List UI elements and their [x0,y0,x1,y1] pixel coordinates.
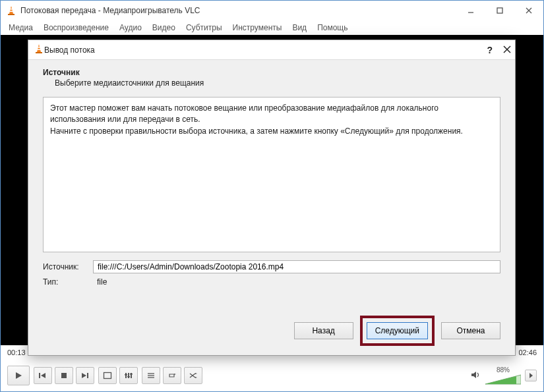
section-subtitle: Выберите медиаисточники для вещания [55,78,500,88]
dialog-title: Вывод потока [44,45,95,55]
vlc-cone-icon [6,5,16,16]
type-label: Тип: [43,277,88,287]
menubar: Медиа Воспроизведение Аудио Видео Субтит… [1,20,543,35]
speaker-icon[interactable] [471,370,481,381]
info-textbox: Этот мастер поможет вам начать потоковое… [43,97,500,252]
svg-marker-8 [16,372,22,379]
prev-track-button[interactable] [34,367,52,384]
shuffle-button[interactable] [184,367,202,384]
close-button[interactable] [514,1,543,20]
maximize-button[interactable] [485,1,514,20]
stop-button[interactable] [55,367,73,384]
type-row: Тип: file [43,277,500,287]
svg-rect-14 [104,373,111,379]
ext-settings-button[interactable] [119,367,138,384]
menu-video[interactable]: Видео [150,22,178,34]
next-track-button[interactable] [76,367,94,384]
svg-marker-25 [195,373,197,374]
svg-marker-10 [41,373,45,378]
svg-rect-19 [127,376,130,378]
fullscreen-button[interactable] [98,367,117,384]
titlebar: Потоковая передача - Медиапроигрыватель … [1,1,543,20]
svg-rect-11 [61,373,67,378]
source-input[interactable] [93,260,500,273]
dialog-titlebar: Вывод потока ? [28,40,515,60]
dialog-close-button[interactable] [503,45,511,55]
menu-view[interactable]: Вид [289,22,309,34]
volume-slider[interactable] [485,374,521,385]
window-buttons [456,1,543,20]
svg-marker-30 [529,373,533,378]
loop-button[interactable] [163,367,181,384]
menu-tools[interactable]: Инструменты [230,22,285,34]
playlist-button[interactable] [142,367,160,384]
menu-media[interactable]: Медиа [6,22,36,34]
menu-playback[interactable]: Воспроизведение [41,22,111,34]
svg-marker-0 [9,6,13,14]
svg-marker-27 [471,372,476,378]
help-button[interactable]: ? [487,45,493,55]
svg-marker-24 [174,374,176,375]
volume-label: 88% [497,366,510,374]
menu-help[interactable]: Помощь [315,22,350,34]
svg-rect-3 [9,11,13,13]
svg-rect-9 [39,373,40,378]
svg-rect-32 [36,52,42,53]
vlc-cone-icon [34,43,44,56]
svg-rect-2 [10,9,13,10]
svg-rect-16 [128,373,129,378]
source-row: Источник: [43,260,500,273]
svg-rect-34 [37,49,40,51]
svg-marker-12 [82,373,86,378]
menu-audio[interactable]: Аудио [117,22,144,34]
dialog-button-row: Назад Следующий Отмена [28,310,515,355]
volume-area: 88% [471,366,537,385]
stream-output-dialog: Вывод потока ? Источник Выберите медиаис… [28,40,516,356]
next-button-highlight: Следующий [360,316,435,346]
info-line-1: Этот мастер поможет вам начать потоковое… [50,103,493,126]
svg-marker-31 [37,44,41,52]
info-line-2: Начните с проверки правильности выбора и… [50,126,493,137]
play-button[interactable] [7,366,30,385]
svg-marker-26 [195,377,197,378]
cancel-button[interactable]: Отмена [441,322,500,339]
svg-rect-1 [8,14,15,15]
svg-rect-20 [130,374,133,375]
svg-rect-15 [125,373,127,378]
mute-toggle-button[interactable] [525,370,537,381]
menu-subtitles[interactable]: Субтитры [183,22,225,34]
dialog-body: Источник Выберите медиаисточники для вещ… [28,60,515,310]
section-title: Источник [43,68,500,77]
type-value: file [93,277,500,287]
controls-row: 88% [1,360,543,391]
back-button[interactable]: Назад [294,322,353,339]
source-label: Источник: [43,262,88,271]
window-title: Потоковая передача - Медиапроигрыватель … [20,6,200,15]
svg-rect-13 [87,373,88,378]
minimize-button[interactable] [456,1,485,20]
svg-rect-33 [38,47,40,48]
svg-rect-5 [497,8,502,13]
svg-rect-18 [125,374,127,376]
next-button[interactable]: Следующий [367,322,428,339]
